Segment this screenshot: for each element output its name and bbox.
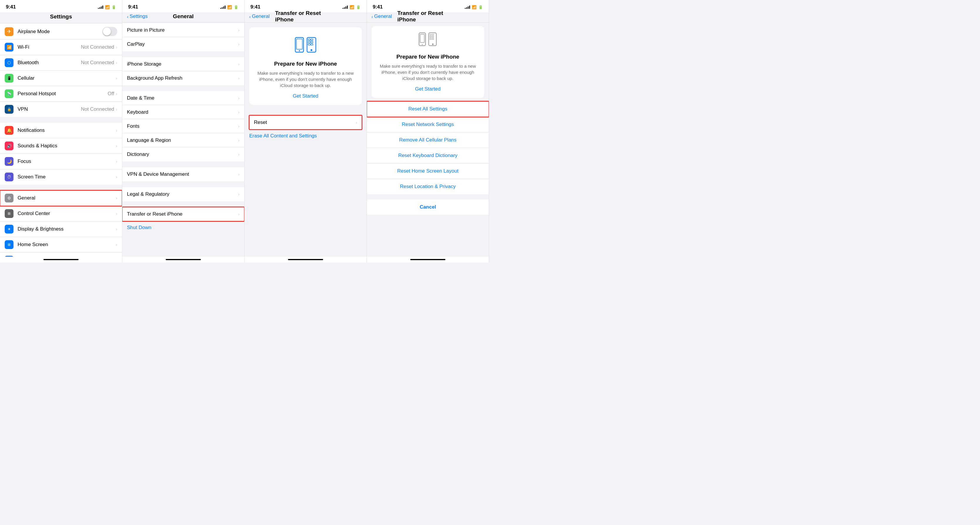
wifi-icon-1: 📶 [105,5,110,10]
cellular-chevron: › [116,76,117,81]
reset-item-highlight[interactable]: Reset › [249,116,362,130]
back-chevron-4: ‹ [372,14,373,19]
signal-icon-4 [465,5,470,9]
vpn-label: VPN [18,106,81,112]
notifications-label: Notifications [18,127,116,133]
reset-location-item[interactable]: Reset Location & Privacy [367,179,489,194]
erase-link[interactable]: Erase All Content and Settings [249,133,317,139]
page-title-2: General [173,13,194,20]
back-button-3[interactable]: ‹ General [249,13,269,19]
transfer-list: Prepare for New iPhone Make sure everyth… [245,22,366,257]
battery-icon-3: 🔋 [356,5,361,10]
display-label: Display & Brightness [18,226,116,232]
vpn-value: Not Connected [81,106,114,112]
keyboard-item[interactable]: Keyboard › [122,105,244,119]
language-chevron: › [238,138,240,143]
background-app-item[interactable]: Background App Refresh › [122,71,244,85]
wifi-item[interactable]: 📶 Wi-Fi Not Connected › [0,40,122,55]
wifi-value: Not Connected [81,44,114,50]
airplane-mode-item[interactable]: ✈ Airplane Mode [0,24,122,40]
screen-time-item[interactable]: ⏱ Screen Time › [0,169,122,185]
home-screen-item[interactable]: ⊞ Home Screen › [0,237,122,252]
sounds-label: Sounds & Haptics [18,143,116,149]
wifi-icon-2: 📶 [227,5,232,10]
general-section-2: iPhone Storage › Background App Refresh … [122,57,244,85]
wifi-chevron: › [116,45,117,49]
sounds-icon: 🔊 [5,141,13,150]
dictionary-item[interactable]: Dictionary › [122,148,244,162]
reset-keyboard-item[interactable]: Reset Keyboard Dictionary [367,148,489,163]
svg-rect-15 [430,34,431,35]
display-item[interactable]: ☀ Display & Brightness › [0,222,122,237]
fonts-item[interactable]: Fonts › [122,119,244,133]
sounds-chevron: › [116,144,117,148]
general-chevron: › [116,196,117,200]
transfer-reset-item[interactable]: Transfer or Reset iPhone › [122,207,244,221]
transfer-icon-4 [376,32,479,49]
hotspot-icon: 📡 [5,89,13,98]
vpn-item[interactable]: 🔒 VPN Not Connected › [0,102,122,117]
pip-item[interactable]: Picture in Picture › [122,23,244,37]
back-button-2[interactable]: ‹ Settings [127,13,148,19]
notifications-item[interactable]: 🔔 Notifications › [0,123,122,138]
pip-chevron: › [238,28,240,33]
iphone-storage-label: iPhone Storage [127,61,238,67]
shutdown-link[interactable]: Shut Down [127,225,151,230]
svg-rect-4 [308,39,310,40]
reset-item[interactable]: Reset › [249,116,362,130]
svg-point-21 [432,44,434,45]
home-indicator-1 [0,257,122,262]
reset-all-settings-item[interactable]: Reset All Settings [367,102,489,117]
general-item[interactable]: ⚙ General › [0,190,122,206]
signal-icon-1 [98,5,103,9]
reset-highlighted-section: Reset › [249,116,362,130]
legal-item[interactable]: Legal & Regulatory › [122,187,244,201]
bluetooth-chevron: › [116,60,117,65]
airplane-mode-toggle[interactable] [102,27,117,36]
legal-chevron: › [238,192,240,197]
vpn-chevron: › [116,107,117,112]
language-item[interactable]: Language & Region › [122,133,244,148]
vpn-device-item[interactable]: VPN & Device Management › [122,167,244,181]
cancel-label: Cancel [420,204,436,210]
svg-rect-19 [430,38,431,40]
back-button-4[interactable]: ‹ General [372,13,392,19]
legal-label: Legal & Regulatory [127,191,238,197]
svg-rect-9 [311,44,313,45]
fonts-chevron: › [238,124,240,128]
bluetooth-icon: ⬡ [5,58,13,67]
reset-location-label: Reset Location & Privacy [400,184,456,190]
cancel-item[interactable]: Cancel [367,200,489,215]
battery-icon-4: 🔋 [478,5,483,10]
remove-cellular-item[interactable]: Remove All Cellular Plans [367,132,489,148]
get-started-link-4[interactable]: Get Started [376,86,479,92]
settings-list-1: ✈ Airplane Mode 📶 Wi-Fi Not Connected › … [0,23,122,257]
cellular-item[interactable]: 📱 Cellular › [0,71,122,86]
carplay-item[interactable]: CarPlay › [122,37,244,51]
carplay-label: CarPlay [127,41,238,47]
control-center-item[interactable]: ⊞ Control Center › [0,206,122,222]
panel-reset-options: 9:41 📶 🔋 ‹ General Transfer or Reset iPh… [367,0,489,262]
iphone-storage-item[interactable]: iPhone Storage › [122,57,244,71]
prepare-desc: Make sure everything's ready to transfer… [255,70,356,89]
nav-bar-1: Settings [0,12,122,23]
time-4: 9:41 [373,4,383,10]
hotspot-item[interactable]: 📡 Personal Hotspot Off › [0,86,122,102]
status-icons-4: 📶 🔋 [465,5,483,10]
reset-network-item[interactable]: Reset Network Settings [367,117,489,132]
dictionary-label: Dictionary [127,151,238,157]
prepare-card: Prepare for New iPhone Make sure everyth… [249,27,362,105]
get-started-link[interactable]: Get Started [255,93,356,99]
prepare-title-4: Prepare for New iPhone [376,54,479,60]
date-time-item[interactable]: Date & Time › [122,91,244,105]
accessibility-item[interactable]: ♿ Accessibility › [0,252,122,257]
panel-transfer-reset: 9:41 📶 🔋 ‹ General Transfer or Reset iPh… [245,0,367,262]
status-icons-3: 📶 🔋 [342,5,361,10]
sounds-item[interactable]: 🔊 Sounds & Haptics › [0,138,122,154]
bluetooth-item[interactable]: ⬡ Bluetooth Not Connected › [0,55,122,71]
focus-item[interactable]: 🌙 Focus › [0,154,122,169]
reset-home-screen-item[interactable]: Reset Home Screen Layout [367,163,489,179]
general-icon: ⚙ [5,194,13,203]
status-icons-1: 📶 🔋 [98,5,116,10]
status-bar-1: 9:41 📶 🔋 [0,0,122,12]
